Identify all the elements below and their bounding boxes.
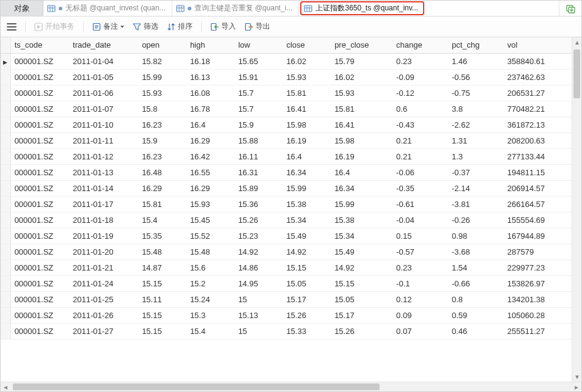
cell[interactable]: 16.23	[138, 117, 186, 132]
scroll-down-arrow-icon[interactable]: ▾	[572, 372, 581, 382]
cell[interactable]: 000001.SZ	[10, 69, 69, 85]
row-gutter[interactable]	[1, 53, 10, 69]
cell[interactable]: 000001.SZ	[10, 85, 69, 101]
column-header[interactable]: close	[282, 37, 331, 53]
cell[interactable]: 14.92	[235, 244, 283, 260]
cell[interactable]: 15.13	[235, 307, 283, 323]
cell[interactable]: 3.8	[448, 101, 504, 117]
cell[interactable]: 16.4	[282, 148, 331, 164]
table-row[interactable]: 000001.SZ2011-01-1316.4816.5516.3116.341…	[1, 164, 572, 180]
cell[interactable]: 15.34	[331, 228, 392, 244]
cell[interactable]: -0.04	[392, 212, 448, 228]
document-tab[interactable]: 查询主键是否重复 @quant_i...	[172, 1, 300, 16]
cell[interactable]: -0.35	[392, 180, 448, 196]
cell[interactable]: 15.23	[235, 228, 283, 244]
column-header[interactable]: vol	[504, 37, 572, 53]
cell[interactable]: 15.3	[186, 307, 235, 323]
table-row[interactable]: 000001.SZ2011-01-2515.1115.241515.1715.0…	[1, 291, 572, 307]
cell[interactable]: 15.89	[235, 180, 283, 196]
cell[interactable]: 000001.SZ	[10, 275, 69, 291]
cell[interactable]: -0.12	[392, 85, 448, 101]
cell[interactable]: 15.11	[138, 291, 186, 307]
table-row[interactable]: 000001.SZ2011-01-1016.2316.415.915.9816.…	[1, 117, 572, 132]
cell[interactable]: 000001.SZ	[10, 291, 69, 307]
cell[interactable]: 15.15	[138, 275, 186, 291]
table-row[interactable]: 000001.SZ2011-01-2114.8715.614.8615.1514…	[1, 260, 572, 275]
cell[interactable]: 277133.44	[504, 148, 572, 164]
row-gutter[interactable]	[1, 148, 10, 164]
row-gutter[interactable]	[1, 307, 10, 323]
cell[interactable]: 206531.27	[504, 85, 572, 101]
cell[interactable]: 0.23	[392, 260, 448, 275]
cell[interactable]: 16.34	[331, 180, 392, 196]
cell[interactable]: 229977.23	[504, 260, 572, 275]
cell[interactable]: -0.66	[448, 275, 504, 291]
table-row[interactable]: 000001.SZ2011-01-1416.2916.2915.8915.991…	[1, 180, 572, 196]
cell[interactable]: 15.9	[138, 132, 186, 148]
cell[interactable]: -2.62	[448, 117, 504, 132]
cell[interactable]: 2011-01-11	[69, 132, 138, 148]
cell[interactable]: 16.41	[282, 101, 331, 117]
cell[interactable]: 358840.61	[504, 53, 572, 69]
cell[interactable]: -0.61	[392, 196, 448, 212]
cell[interactable]: 15.4	[186, 323, 235, 339]
cell[interactable]: 16.29	[186, 132, 235, 148]
cell[interactable]: 15.65	[235, 53, 283, 69]
row-gutter[interactable]	[1, 275, 10, 291]
cell[interactable]: 16.11	[235, 148, 283, 164]
table-row[interactable]: 000001.SZ2011-01-2615.1515.315.1315.2615…	[1, 307, 572, 323]
cell[interactable]: 15.05	[282, 275, 331, 291]
cell[interactable]: 15.99	[138, 69, 186, 85]
row-gutter[interactable]	[1, 323, 10, 339]
column-header[interactable]: change	[392, 37, 448, 53]
cell[interactable]: 15.81	[331, 101, 392, 117]
cell[interactable]: 000001.SZ	[10, 323, 69, 339]
cell[interactable]: 237462.63	[504, 69, 572, 85]
cell[interactable]: 15.81	[138, 196, 186, 212]
horizontal-scroll-thumb[interactable]	[13, 383, 380, 390]
cell[interactable]: 16.08	[186, 85, 235, 101]
cell[interactable]: 15.7	[235, 85, 283, 101]
vertical-scroll-thumb[interactable]	[573, 49, 580, 98]
cell[interactable]: 0.15	[392, 228, 448, 244]
row-gutter[interactable]	[1, 101, 10, 117]
scroll-left-arrow-icon[interactable]: ◂	[1, 382, 10, 391]
cell[interactable]: 15.88	[235, 132, 283, 148]
cell[interactable]: 15.48	[138, 244, 186, 260]
cell[interactable]: 0.59	[448, 307, 504, 323]
cell[interactable]: 16.29	[138, 180, 186, 196]
cell[interactable]: 2011-01-27	[69, 323, 138, 339]
cell[interactable]: 255511.27	[504, 323, 572, 339]
cell[interactable]: 15.99	[282, 180, 331, 196]
cell[interactable]: 15.24	[186, 291, 235, 307]
cell[interactable]: 16.4	[331, 164, 392, 180]
cell[interactable]: 15.38	[331, 212, 392, 228]
cell[interactable]: 15.33	[282, 323, 331, 339]
table-row[interactable]: 000001.SZ2011-01-2715.1515.41515.3315.26…	[1, 323, 572, 339]
new-tab-icon[interactable]	[565, 4, 575, 13]
row-gutter[interactable]	[1, 291, 10, 307]
row-gutter[interactable]	[1, 85, 10, 101]
cell[interactable]: 0.8	[448, 291, 504, 307]
table-row[interactable]: 000001.SZ2011-01-0415.8216.1815.6516.021…	[1, 53, 572, 69]
cell[interactable]: 15.17	[331, 307, 392, 323]
cell[interactable]: 15.98	[282, 117, 331, 132]
column-header[interactable]: high	[186, 37, 235, 53]
cell[interactable]: 194811.15	[504, 164, 572, 180]
column-header[interactable]: trade_date	[69, 37, 138, 53]
cell[interactable]: 15.52	[186, 228, 235, 244]
scroll-up-arrow-icon[interactable]: ▴	[572, 37, 581, 47]
row-gutter[interactable]	[1, 228, 10, 244]
cell[interactable]: 15.93	[282, 69, 331, 85]
cell[interactable]: 000001.SZ	[10, 307, 69, 323]
vertical-scrollbar[interactable]: ▴ ▾	[572, 37, 581, 382]
row-gutter[interactable]	[1, 69, 10, 85]
cell[interactable]: 15.6	[186, 260, 235, 275]
cell[interactable]: 16.18	[186, 53, 235, 69]
row-gutter[interactable]	[1, 180, 10, 196]
cell[interactable]: 0.46	[448, 323, 504, 339]
cell[interactable]: 16.13	[186, 69, 235, 85]
cell[interactable]: 15.2	[186, 275, 235, 291]
cell[interactable]: 15.93	[331, 85, 392, 101]
row-gutter[interactable]	[1, 117, 10, 132]
